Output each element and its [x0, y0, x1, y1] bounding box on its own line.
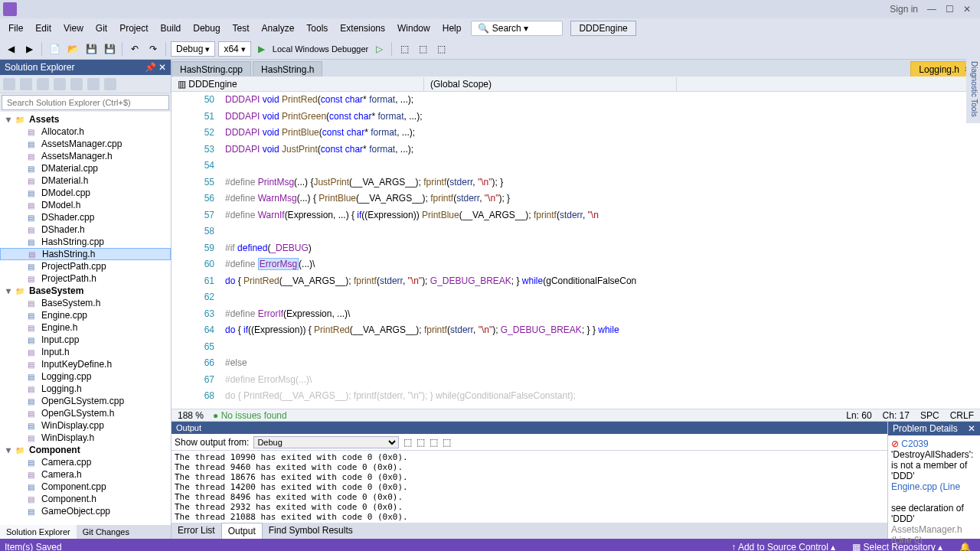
solex-tb-icon[interactable]: [70, 78, 83, 90]
bc-project[interactable]: ▥ DDDEngine: [172, 77, 424, 91]
tree-node[interactable]: OpenGLSystem.cpp: [0, 395, 171, 407]
tab-hashstring-h[interactable]: HashString.h: [253, 61, 322, 77]
menu-test[interactable]: Test: [227, 21, 255, 36]
tree-node[interactable]: AssetsManager.h: [0, 150, 171, 162]
play2-icon[interactable]: ▷: [371, 41, 387, 57]
tb-icon[interactable]: ⬚: [397, 41, 412, 57]
error-code[interactable]: C2039: [901, 439, 928, 449]
tab-hashstring-cpp[interactable]: HashString.cpp: [172, 61, 251, 77]
pin-icon[interactable]: 📌: [145, 62, 156, 73]
nav-fwd-icon[interactable]: ▶: [21, 41, 37, 57]
solex-tb-icon[interactable]: [54, 78, 66, 90]
platform-dropdown[interactable]: x64 ▾: [218, 41, 250, 57]
tree-node[interactable]: WinDisplay.cpp: [0, 419, 171, 432]
output-tb-icon[interactable]: ⬚: [443, 437, 451, 448]
tree-node[interactable]: ProjectPath.cpp: [0, 260, 171, 272]
tree-node[interactable]: Component.h: [0, 493, 171, 505]
output-tb-icon[interactable]: ⬚: [430, 437, 438, 448]
tree-node[interactable]: Engine.h: [0, 321, 171, 334]
tree-node[interactable]: Input.cpp: [0, 334, 171, 346]
tree-node[interactable]: DShader.h: [0, 223, 171, 236]
menu-extensions[interactable]: Extensions: [335, 21, 390, 36]
tree-node[interactable]: Input.h: [0, 346, 171, 358]
open-icon[interactable]: 📂: [65, 41, 80, 57]
notifications-icon[interactable]: 🔔: [955, 540, 975, 551]
menu-view[interactable]: View: [58, 21, 89, 36]
solex-tb-icon[interactable]: [20, 78, 32, 90]
issues-indicator[interactable]: ● No issues found: [213, 410, 287, 421]
tab-find-symbol[interactable]: Find Symbol Results: [263, 523, 359, 539]
menu-tools[interactable]: Tools: [301, 21, 333, 36]
tree-node[interactable]: BaseSystem.h: [0, 297, 171, 309]
menu-project[interactable]: Project: [114, 21, 153, 36]
tb-icon[interactable]: ⬚: [415, 41, 430, 57]
save-icon[interactable]: 💾: [83, 41, 99, 57]
menu-window[interactable]: Window: [392, 21, 436, 36]
tab-output[interactable]: Output: [221, 523, 263, 539]
tree-node[interactable]: Component.cpp: [0, 481, 171, 493]
line-ending[interactable]: CRLF: [950, 410, 974, 421]
minimize-icon[interactable]: —: [927, 4, 936, 15]
config-dropdown[interactable]: Debug ▾: [171, 41, 215, 57]
saveall-icon[interactable]: 💾: [102, 41, 117, 57]
tree-node[interactable]: Camera.cpp: [0, 456, 171, 468]
side-toolbox[interactable]: Diagnostic Tools: [966, 55, 980, 123]
tree-node[interactable]: ▾Component: [0, 444, 171, 456]
solex-tb-icon[interactable]: [3, 78, 15, 90]
menu-debug[interactable]: Debug: [188, 21, 225, 36]
tree-node[interactable]: DMaterial.cpp: [0, 162, 171, 174]
panel-close-icon[interactable]: ✕: [968, 423, 975, 434]
tree-node[interactable]: HashString.h: [0, 248, 171, 260]
nav-back-icon[interactable]: ◀: [3, 41, 18, 57]
solex-tb-icon[interactable]: [104, 78, 116, 90]
code-lines[interactable]: DDDAPI void PrintRed(const char* format,…: [225, 92, 980, 409]
close-icon[interactable]: ✕: [963, 4, 971, 15]
solution-tree[interactable]: ▾AssetsAllocator.hAssetsManager.cppAsset…: [0, 112, 171, 525]
play-icon[interactable]: ▶: [254, 41, 270, 57]
source-control-button[interactable]: ↑ Add to Source Control ▴: [727, 540, 840, 551]
tree-node[interactable]: OpenGLSystem.h: [0, 407, 171, 419]
tree-node[interactable]: Logging.cpp: [0, 370, 171, 383]
menu-help[interactable]: Help: [437, 21, 467, 36]
output-text[interactable]: The thread 10990 has exited with code 0 …: [172, 451, 887, 523]
maximize-icon[interactable]: ☐: [946, 4, 954, 15]
menu-git[interactable]: Git: [90, 21, 113, 36]
solex-tb-icon[interactable]: [37, 78, 49, 90]
solex-tb-icon[interactable]: [87, 78, 100, 90]
tree-node[interactable]: Engine.cpp: [0, 309, 171, 321]
panel-close-icon[interactable]: ✕: [158, 62, 166, 73]
zoom-level[interactable]: 188 %: [178, 410, 204, 421]
tree-node[interactable]: DModel.h: [0, 199, 171, 211]
tree-node[interactable]: ProjectPath.h: [0, 272, 171, 285]
menu-edit[interactable]: Edit: [30, 21, 57, 36]
tab-git-changes[interactable]: Git Changes: [77, 525, 136, 539]
redo-icon[interactable]: ↷: [145, 41, 161, 57]
search-box[interactable]: 🔍 Search ▾: [471, 21, 563, 36]
tree-node[interactable]: WinDisplay.h: [0, 432, 171, 444]
tree-node[interactable]: GameObject.cpp: [0, 505, 171, 517]
tree-node[interactable]: DShader.cpp: [0, 211, 171, 223]
tree-node[interactable]: AssetsManager.cpp: [0, 138, 171, 150]
run-button[interactable]: Local Windows Debugger: [273, 44, 368, 54]
tree-node[interactable]: InputKeyDefine.h: [0, 358, 171, 370]
bc-member[interactable]: [677, 83, 980, 86]
output-source-dropdown[interactable]: Debug: [253, 436, 399, 448]
tab-error-list[interactable]: Error List: [172, 523, 221, 539]
tree-node[interactable]: Camera.h: [0, 468, 171, 481]
tree-node[interactable]: ▾Assets: [0, 113, 171, 126]
undo-icon[interactable]: ↶: [127, 41, 142, 57]
tree-node[interactable]: Logging.h: [0, 383, 171, 395]
tree-node[interactable]: DMaterial.h: [0, 174, 171, 187]
menu-analyze[interactable]: Analyze: [256, 21, 300, 36]
tree-node[interactable]: ▾BaseSystem: [0, 285, 171, 297]
bc-scope[interactable]: (Global Scope): [424, 77, 677, 91]
menu-build[interactable]: Build: [155, 21, 187, 36]
solution-name[interactable]: DDDEngine: [570, 21, 635, 36]
menu-file[interactable]: File: [3, 21, 28, 36]
select-repo-button[interactable]: ▦ Select Repository ▴: [848, 540, 947, 551]
new-icon[interactable]: 📄: [47, 41, 62, 57]
signin-link[interactable]: Sign in: [890, 4, 918, 15]
error-link[interactable]: Engine.cpp (Line: [891, 481, 960, 492]
tree-node[interactable]: Allocator.h: [0, 126, 171, 138]
output-tb-icon[interactable]: ⬚: [403, 437, 412, 448]
